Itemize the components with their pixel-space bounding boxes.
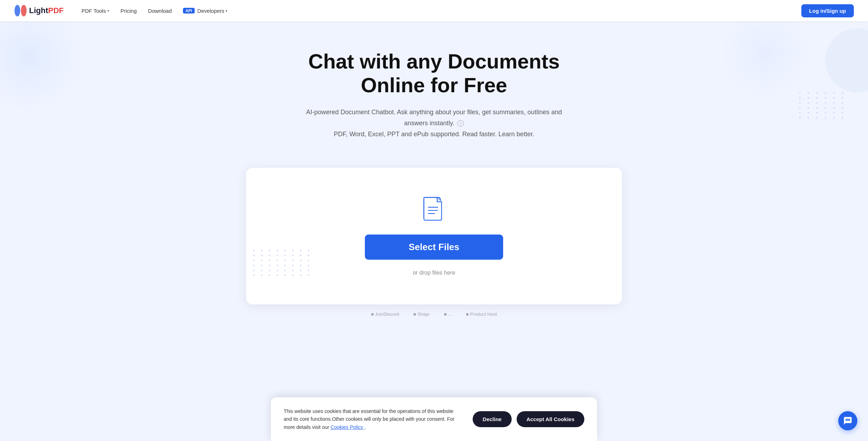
svg-point-0 xyxy=(15,5,20,16)
api-badge: API xyxy=(183,8,194,13)
info-icon[interactable]: i xyxy=(457,120,464,127)
document-icon xyxy=(420,196,448,225)
dots-decoration-left xyxy=(253,250,312,276)
nav-item-download[interactable]: Download xyxy=(143,5,177,17)
upload-box: Select Files or drop files here xyxy=(246,168,622,304)
cookie-policy-link[interactable]: Cookies Policy xyxy=(330,424,365,430)
chevron-down-icon: ▾ xyxy=(107,9,109,13)
logo[interactable]: LightPDF xyxy=(14,4,64,17)
drop-hint-text: or drop files here xyxy=(413,270,455,276)
hero-section: Chat with any Documents Online for Free … xyxy=(0,21,868,154)
decline-button[interactable]: Decline xyxy=(473,411,511,427)
login-signup-button[interactable]: Log in/Sign up xyxy=(801,4,854,17)
svg-point-1 xyxy=(21,5,27,16)
chat-support-bubble[interactable] xyxy=(838,411,857,430)
hero-subtitle: AI-powered Document Chatbot. Ask anythin… xyxy=(299,107,569,139)
partner-logo-1: ■ JoinDiscord xyxy=(371,312,399,317)
cookie-actions: Decline Accept All Cookies xyxy=(473,411,584,427)
upload-section: Select Files or drop files here xyxy=(239,168,629,304)
chat-icon xyxy=(843,416,852,425)
partner-logo-2: ■ Shapr xyxy=(413,312,430,317)
partner-logos-strip: ■ JoinDiscord ■ Shapr ■ ... ■ Product Hu… xyxy=(0,304,868,324)
nav-item-developers[interactable]: API Developers ▾ xyxy=(178,5,232,17)
document-icon-wrap xyxy=(420,196,448,225)
select-files-button[interactable]: Select Files xyxy=(365,235,503,260)
accept-all-cookies-button[interactable]: Accept All Cookies xyxy=(517,411,584,427)
bg-decoration-circle-2 xyxy=(719,21,811,99)
nav-item-pricing[interactable]: Pricing xyxy=(116,5,142,17)
cookie-banner: This website uses cookies that are essen… xyxy=(271,397,597,441)
logo-pdf-text: PDF xyxy=(48,6,64,15)
logo-light-text: Light xyxy=(29,6,48,15)
hero-title: Chat with any Documents Online for Free xyxy=(274,50,594,97)
chevron-down-icon-2: ▾ xyxy=(226,9,227,13)
cookie-message: This website uses cookies that are essen… xyxy=(284,407,461,431)
nav-links: PDF Tools ▾ Pricing Download API Develop… xyxy=(77,5,801,17)
dots-decoration-right xyxy=(799,92,847,118)
bg-decoration-circle-1 xyxy=(0,21,85,114)
partner-logo-3: ■ ... xyxy=(444,312,452,317)
nav-item-pdf-tools[interactable]: PDF Tools ▾ xyxy=(77,5,114,17)
bg-decoration-circle-3 xyxy=(825,28,868,92)
navbar: LightPDF PDF Tools ▾ Pricing Download AP… xyxy=(0,0,868,21)
partner-logo-4: ■ Product Hunt xyxy=(466,312,497,317)
